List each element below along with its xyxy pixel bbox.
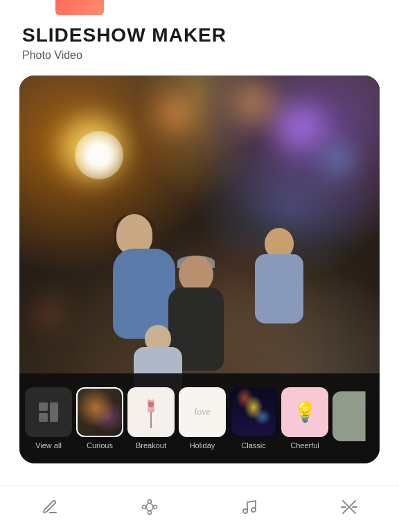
- nav-music[interactable]: [230, 493, 269, 525]
- filter-strip: View all Curious Breakout love: [19, 373, 380, 463]
- filter-thumb-classic: [230, 387, 277, 437]
- svg-point-9: [243, 509, 247, 513]
- nav-trim[interactable]: [329, 493, 369, 526]
- svg-point-7: [142, 505, 145, 508]
- light-circle: [75, 131, 123, 179]
- filter-curious[interactable]: Curious: [76, 387, 123, 450]
- flower-icon: [137, 395, 165, 429]
- bokeh-5: [234, 82, 276, 124]
- filter-classic[interactable]: Classic: [230, 387, 277, 450]
- bokeh-3: [276, 103, 324, 152]
- bokeh-4: [324, 145, 352, 172]
- nav-edit[interactable]: [30, 493, 69, 525]
- filter-cheerful[interactable]: 💡 Cheerful: [281, 387, 328, 450]
- filter-thumb-holiday: love: [179, 387, 226, 437]
- filter-thumb-breakout: [127, 387, 175, 437]
- app-title: SLIDESHOW MAKER: [22, 25, 377, 46]
- bulb-icon: 💡: [293, 400, 317, 423]
- bokeh-2: [158, 96, 193, 131]
- filter-thumb-curious: [76, 387, 123, 437]
- filter-label-breakout: Breakout: [136, 441, 166, 450]
- filter-label-cheerful: Cheerful: [290, 441, 319, 450]
- photo-area: [19, 76, 380, 408]
- fireworks-icon: [231, 389, 276, 436]
- grid-cell: [39, 413, 48, 422]
- person-child-older: [248, 228, 310, 339]
- grid-cell: [50, 402, 59, 422]
- nav-effects[interactable]: [130, 493, 170, 526]
- filter-breakout[interactable]: Breakout: [127, 387, 175, 450]
- svg-point-4: [146, 504, 153, 511]
- filter-label-view-all: View all: [35, 441, 62, 450]
- filter-label-classic: Classic: [241, 441, 265, 450]
- grid-cell: [39, 402, 48, 411]
- main-card: View all Curious Breakout love: [19, 76, 380, 463]
- filter-thumb-view-all: [25, 387, 72, 437]
- effects-icon: [141, 498, 159, 520]
- filter-label-holiday: Holiday: [190, 441, 215, 450]
- app-subtitle: Photo Video: [22, 49, 377, 62]
- filter-next-partial[interactable]: [332, 391, 380, 445]
- filter-label-curious: Curious: [87, 441, 113, 450]
- filter-holiday[interactable]: love Holiday: [179, 387, 226, 450]
- edit-icon: [42, 499, 58, 520]
- svg-point-5: [148, 499, 151, 503]
- child1-body: [255, 254, 303, 323]
- trim-icon: [340, 498, 358, 520]
- svg-point-6: [148, 511, 151, 514]
- bottom-nav: [0, 485, 399, 532]
- music-icon: [241, 499, 258, 520]
- filter-thumb-cheerful: 💡: [281, 387, 328, 437]
- svg-point-3: [148, 402, 154, 407]
- svg-point-8: [153, 505, 157, 508]
- filter-thumb-partial: [332, 391, 380, 441]
- accent-bar: [55, 0, 104, 15]
- filter-view-all[interactable]: View all: [25, 387, 72, 450]
- love-text: love: [194, 407, 210, 418]
- svg-point-10: [251, 508, 256, 512]
- grid-icon: [39, 402, 58, 422]
